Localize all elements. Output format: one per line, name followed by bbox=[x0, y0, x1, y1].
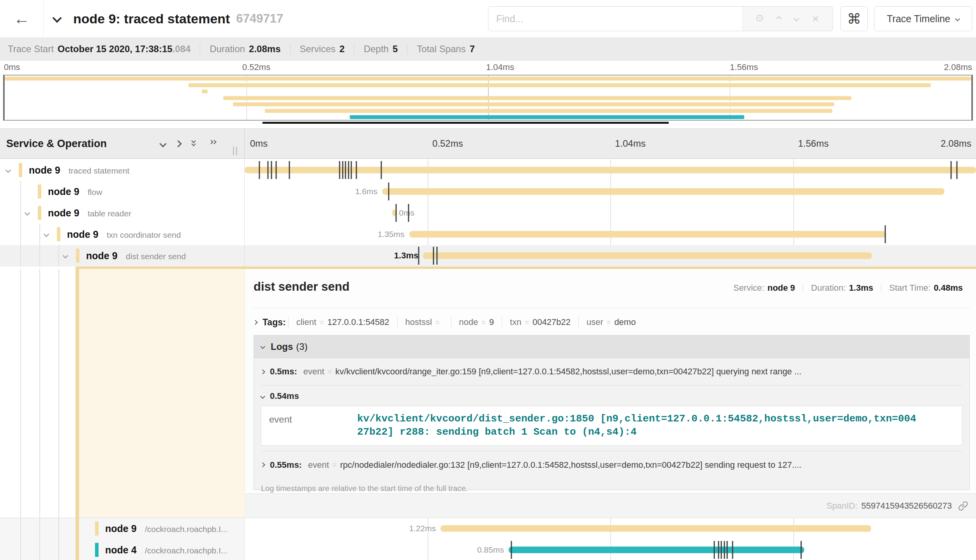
span-collapse-icon[interactable] bbox=[44, 231, 48, 238]
guide-line bbox=[39, 224, 40, 245]
detail-divider bbox=[254, 308, 970, 308]
timeline-minimap: 0ms 0.52ms 1.04ms 1.56ms 2.08ms bbox=[0, 61, 976, 128]
log-entry-0[interactable]: 0.5ms: event = kv/kvclient/kvcoord/range… bbox=[261, 358, 962, 385]
trace-title-collapse-icon[interactable] bbox=[54, 15, 60, 23]
guide-line bbox=[20, 245, 21, 267]
deep-link-icon[interactable] bbox=[958, 501, 968, 511]
detail-span-title: dist sender send bbox=[254, 280, 349, 294]
span-collapse-icon[interactable] bbox=[63, 252, 67, 259]
trace-start-label: Trace Start bbox=[8, 44, 54, 54]
log-marker-tick bbox=[732, 541, 733, 559]
span-detail-panel: dist sender send Service:node 9 Duration… bbox=[245, 269, 976, 518]
service-color-swatch bbox=[57, 227, 60, 241]
find-clear-icon[interactable]: × bbox=[812, 13, 819, 25]
log-marker-tick bbox=[259, 161, 260, 179]
span-collapse-icon[interactable] bbox=[6, 167, 10, 174]
chevron-right-icon bbox=[261, 462, 265, 467]
column-resize-grip[interactable] bbox=[233, 147, 237, 155]
logs-title: Logs bbox=[271, 341, 293, 352]
service-color-swatch bbox=[19, 163, 22, 177]
service-color-swatch bbox=[38, 184, 41, 198]
trace-services: Services2 bbox=[290, 44, 354, 54]
expand-collapse-controls bbox=[160, 129, 218, 158]
guide-line bbox=[20, 518, 21, 539]
chevron-down-icon bbox=[955, 16, 960, 21]
expand-all-icon[interactable] bbox=[210, 139, 218, 148]
span-service: node 9 bbox=[67, 229, 99, 240]
log-entry-2[interactable]: 0.55ms: event = rpc/nodedialer/nodediale… bbox=[261, 451, 962, 479]
keyboard-shortcuts-button[interactable]: ⌘ bbox=[840, 6, 868, 31]
service-operation-header: Service & Operation bbox=[0, 129, 245, 158]
view-selector-label: Trace Timeline bbox=[887, 13, 950, 25]
collapse-all-icon[interactable] bbox=[191, 139, 199, 148]
span-service: node 9 bbox=[29, 164, 60, 175]
log-marker-ticks bbox=[245, 181, 976, 202]
page-header: ← node 9: traced statement 6749717 × ⌘ T… bbox=[0, 0, 976, 38]
selected-span-guide-band bbox=[76, 518, 79, 539]
trace-total-spans: Total Spans7 bbox=[407, 44, 484, 54]
expand-one-icon[interactable] bbox=[174, 140, 181, 147]
focus-target-icon[interactable] bbox=[756, 15, 763, 23]
logs-section: Logs (3) 0.5ms: event = kv/kvclient/kvco… bbox=[254, 335, 970, 490]
chevron-right-icon bbox=[261, 369, 265, 374]
trace-start-fraction: .084 bbox=[173, 44, 191, 54]
log-marker-tick bbox=[271, 161, 272, 179]
span-id-label: SpanID: bbox=[826, 501, 858, 511]
log-marker-tick bbox=[345, 161, 346, 179]
find-prev-icon[interactable] bbox=[776, 16, 781, 21]
minimap-tick-4: 2.08ms bbox=[944, 62, 972, 72]
trace-start-value: October 15 2020, 17:38:15 bbox=[58, 44, 173, 54]
minimap-scrollbar[interactable] bbox=[262, 122, 668, 124]
tag-hostssl: hostssl= bbox=[397, 317, 451, 327]
detail-meta: Service:node 9 Duration:1.3ms Start Time… bbox=[726, 283, 971, 293]
tags-row[interactable]: Tags: client=127.0.0.1:54582 hostssl= no… bbox=[254, 312, 643, 332]
find-controls: × bbox=[742, 7, 833, 31]
log-marker-ticks bbox=[245, 224, 976, 245]
log-marker-tick bbox=[395, 204, 396, 222]
log-marker-ticks bbox=[245, 159, 976, 181]
minimap-bars bbox=[5, 77, 971, 122]
log-marker-tick bbox=[268, 161, 269, 179]
log-entry-1-header[interactable]: 0.54ms bbox=[261, 391, 962, 401]
service-color-swatch bbox=[76, 249, 79, 263]
span-row-txn-coordinator-send[interactable]: node 9 txn coordinator send 1.35ms bbox=[0, 224, 976, 245]
minimap-canvas[interactable] bbox=[3, 75, 973, 121]
tag-client: client=127.0.0.1:54582 bbox=[288, 317, 397, 327]
timeline-tick-4: 2.08ms bbox=[941, 129, 971, 158]
back-button[interactable]: ← bbox=[0, 0, 44, 37]
service-operation-label: Service & Operation bbox=[6, 129, 107, 158]
collapse-one-icon[interactable] bbox=[159, 140, 166, 147]
detail-start-time: Start Time:0.48ms bbox=[881, 283, 971, 293]
chevron-down-icon bbox=[260, 394, 265, 399]
find-input[interactable] bbox=[488, 7, 742, 31]
log-marker-tick bbox=[721, 541, 722, 559]
back-arrow-icon: ← bbox=[14, 9, 30, 28]
span-row-traced-statement[interactable]: node 9 traced statement bbox=[0, 159, 976, 181]
log-event-key: event bbox=[269, 413, 357, 439]
guide-line bbox=[20, 269, 21, 518]
span-service: node 4 bbox=[105, 544, 137, 555]
chevron-down-icon bbox=[52, 13, 62, 23]
span-row-node9-batch[interactable]: node 9 /cockroach.roachpb.I... 1.22ms bbox=[0, 518, 976, 539]
span-row-table-reader[interactable]: node 9 table reader 0ms bbox=[0, 202, 976, 223]
span-service: node 9 bbox=[48, 186, 79, 197]
minimap-span-bar bbox=[202, 90, 208, 93]
log-marker-tick bbox=[381, 161, 382, 179]
log-marker-tick bbox=[885, 225, 886, 243]
span-row-flow[interactable]: node 9 flow 1.6ms bbox=[0, 181, 976, 202]
span-row-node4-batch[interactable]: node 4 /cockroach.roachpb.I... 0.85ms bbox=[0, 539, 976, 560]
span-operation: dist sender send bbox=[126, 252, 186, 261]
span-row-dist-sender-send[interactable]: node 9 dist sender send 1.3ms bbox=[0, 245, 976, 267]
guide-line bbox=[58, 269, 59, 518]
trace-summary-bar: Trace Start October 15 2020, 17:38:15 .0… bbox=[0, 37, 976, 61]
log-marker-tick bbox=[289, 161, 290, 179]
logs-header[interactable]: Logs (3) bbox=[254, 335, 969, 358]
selected-span-accent bbox=[76, 267, 976, 269]
find-next-icon[interactable] bbox=[794, 16, 799, 21]
span-collapse-icon[interactable] bbox=[25, 209, 29, 216]
minimap-span-bar bbox=[265, 109, 832, 113]
service-color-swatch bbox=[95, 521, 99, 535]
minimap-span-bar bbox=[350, 115, 744, 119]
view-selector-button[interactable]: Trace Timeline bbox=[874, 6, 972, 31]
minimap-tick-0: 0ms bbox=[4, 62, 20, 72]
